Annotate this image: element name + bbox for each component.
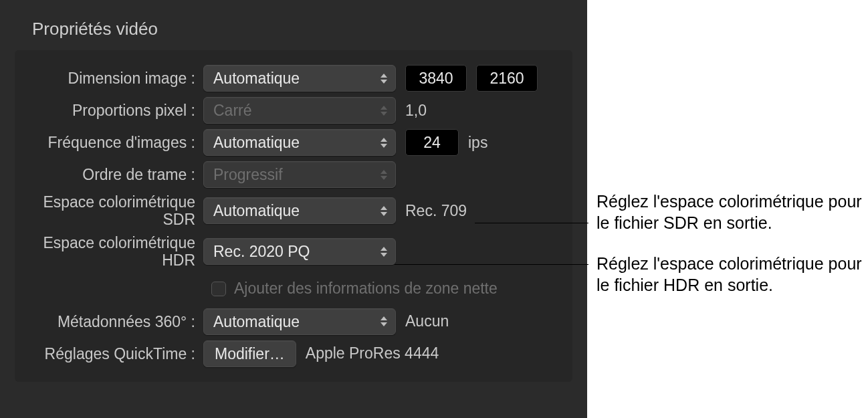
label-clean-aperture: Ajouter des informations de zone nette (234, 280, 498, 298)
video-properties-panel: Propriétés vidéo Dimension image : Autom… (0, 0, 587, 418)
label-dimension: Dimension image : (15, 70, 203, 87)
checkbox-clean-aperture[interactable] (211, 282, 226, 296)
label-metadata-360: Métadonnées 360° : (15, 313, 203, 330)
section-title: Propriétés vidéo (32, 19, 572, 39)
input-width[interactable]: 3840 (405, 65, 467, 92)
chevron-updown-icon (378, 314, 390, 330)
row-metadata-360: Métadonnées 360° : Automatique Aucun (15, 306, 559, 338)
label-pixel-aspect: Proportions pixel : (15, 102, 203, 119)
select-field-order: Progressif (203, 161, 396, 188)
select-sdr-colorspace[interactable]: Automatique (203, 197, 396, 224)
select-pixel-aspect-value: Carré (213, 102, 252, 119)
select-hdr-colorspace[interactable]: Rec. 2020 PQ (203, 238, 396, 265)
select-metadata-360-value: Automatique (213, 313, 300, 330)
leader-line-sdr (475, 223, 588, 223)
chevron-updown-icon (378, 167, 390, 183)
unit-ips: ips (468, 134, 487, 152)
label-framerate: Fréquence d'images : (15, 134, 203, 151)
select-sdr-colorspace-value: Automatique (213, 202, 300, 219)
row-pixel-aspect: Proportions pixel : Carré 1,0 (15, 94, 559, 126)
annotations-area: Réglez l'espace colorimétrique pour le f… (587, 0, 868, 418)
select-framerate-value: Automatique (213, 134, 300, 151)
select-pixel-aspect: Carré (203, 97, 396, 124)
select-metadata-360[interactable]: Automatique (203, 308, 396, 335)
row-field-order: Ordre de trame : Progressif (15, 159, 559, 191)
chevron-updown-icon (378, 243, 390, 259)
row-dimension: Dimension image : Automatique 3840 2160 (15, 62, 559, 94)
value-quicktime-codec: Apple ProRes 4444 (306, 344, 439, 362)
label-hdr-colorspace: Espace colorimétrique HDR (15, 234, 203, 270)
value-metadata-360: Aucun (405, 312, 449, 330)
chevron-updown-icon (378, 134, 390, 150)
select-framerate[interactable]: Automatique (203, 129, 396, 156)
chevron-updown-icon (378, 203, 390, 219)
row-sdr-colorspace: Espace colorimétrique SDR Automatique Re… (15, 191, 559, 231)
label-field-order: Ordre de trame : (15, 166, 203, 183)
input-framerate[interactable]: 24 (405, 129, 459, 156)
label-quicktime: Réglages QuickTime : (15, 345, 203, 362)
select-dimension-value: Automatique (213, 70, 300, 87)
callout-hdr: Réglez l'espace colorimétrique pour le f… (596, 253, 864, 296)
row-hdr-colorspace: Espace colorimétrique HDR Rec. 2020 PQ (15, 231, 559, 272)
value-sdr-colorspace: Rec. 709 (405, 202, 467, 220)
callout-sdr: Réglez l'espace colorimétrique pour le f… (596, 191, 864, 233)
form-area: Dimension image : Automatique 3840 2160 … (15, 50, 572, 382)
value-pixel-aspect: 1,0 (405, 102, 427, 120)
input-height[interactable]: 2160 (476, 65, 538, 92)
chevron-updown-icon (378, 102, 390, 118)
button-modify-quicktime[interactable]: Modifier… (203, 340, 296, 367)
row-quicktime: Réglages QuickTime : Modifier… Apple Pro… (15, 338, 559, 370)
row-clean-aperture: Ajouter des informations de zone nette (211, 272, 559, 306)
label-sdr-colorspace: Espace colorimétrique SDR (15, 193, 203, 229)
select-field-order-value: Progressif (213, 166, 283, 183)
select-dimension[interactable]: Automatique (203, 65, 396, 92)
row-framerate: Fréquence d'images : Automatique 24 ips (15, 126, 559, 159)
chevron-updown-icon (378, 70, 390, 86)
select-hdr-colorspace-value: Rec. 2020 PQ (213, 243, 310, 260)
leader-line-hdr (395, 264, 588, 265)
